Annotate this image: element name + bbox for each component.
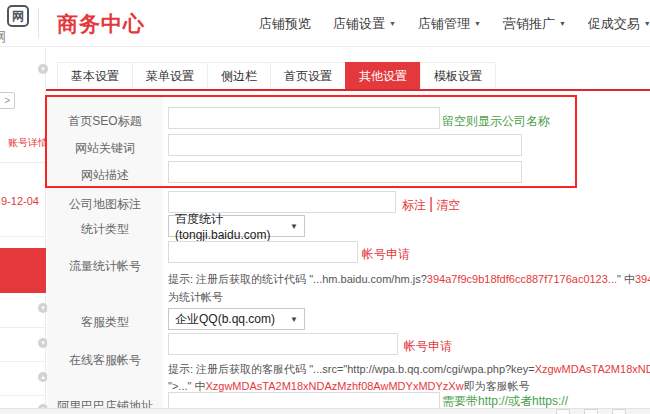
- divider: [0, 361, 46, 362]
- hint-code: 394a7f9c9b18fdf6cc887f7176ac0123: [635, 273, 650, 285]
- stat-type-select[interactable]: 百度统计(tongji.baidu.com) ▼: [168, 215, 305, 237]
- hint-text: 提示: 注册后获取的客服代码 "...src="http://wpa.b.qq.…: [168, 363, 535, 375]
- dropdown-caret-icon: ▼: [290, 315, 298, 324]
- page-title: 商务中心: [57, 10, 145, 38]
- hint-code: XzgwMDAsTA2M18xNDAzMzhf08AwMDYxMDYzXw: [205, 380, 463, 392]
- tab-template-settings[interactable]: 模板设置: [420, 62, 496, 89]
- divider: [0, 162, 46, 163]
- map-clear-link[interactable]: 清空: [436, 198, 460, 212]
- seo-title-label: 首页SEO标题: [47, 113, 163, 130]
- keywords-input[interactable]: [168, 134, 522, 156]
- service-account-label: 在线客服帐号: [47, 352, 163, 369]
- description-label: 网站描述: [47, 167, 163, 184]
- nav-label: 促成交易: [588, 16, 640, 31]
- hint-text: " 中: [617, 273, 635, 285]
- hint-text: ">..." 中: [168, 380, 205, 392]
- nav-label: 店铺设置: [333, 16, 385, 31]
- tabbar-underline: [46, 89, 650, 91]
- ghost-icon: [584, 409, 598, 414]
- stat-account-input[interactable]: [168, 241, 358, 263]
- service-account-apply-link[interactable]: 帐号申请: [404, 338, 452, 355]
- date-text: 9-12-04: [1, 195, 39, 207]
- divider: [0, 395, 46, 396]
- screen: 网 网 商务中心 店铺预览 店铺设置▼ 店铺管理▼ 营销推广▼ 促成交易▼ 帮助…: [0, 0, 650, 414]
- nav-deals[interactable]: 促成交易▼: [577, 15, 650, 33]
- stat-account-apply-link[interactable]: 帐号申请: [362, 246, 410, 263]
- seo-title-hint: 留空则显示公司名称: [442, 113, 550, 130]
- header-divider: [38, 8, 39, 38]
- nav-marketing[interactable]: 营销推广▼: [492, 15, 577, 33]
- chevron-down-icon: ▼: [559, 20, 566, 27]
- logo-fragment: 网: [0, 28, 6, 46]
- stat-type-label: 统计类型: [47, 221, 163, 238]
- dropdown-caret-icon: ▼: [290, 222, 298, 231]
- logo-icon[interactable]: 网: [7, 5, 29, 27]
- chevron-down-icon: ▼: [389, 20, 396, 27]
- stat-type-value: 百度统计(tongji.baidu.com): [175, 211, 290, 242]
- account-detail-link[interactable]: 账号详情: [8, 136, 48, 150]
- divider: [0, 236, 46, 237]
- ghost-icon: [556, 409, 570, 414]
- hint-code: 394a7f9c9b18fdf6cc887f7176ac0123...: [427, 273, 617, 285]
- sidebar-active-item[interactable]: [0, 248, 46, 293]
- service-type-label: 客服类型: [47, 314, 163, 331]
- tab-sidebar[interactable]: 侧边栏: [207, 62, 271, 89]
- tab-homepage-settings[interactable]: 首页设置: [270, 62, 346, 89]
- service-type-select[interactable]: 企业QQ(b.qq.com) ▼: [168, 308, 305, 330]
- seo-title-input[interactable]: [168, 107, 440, 129]
- service-type-value: 企业QQ(b.qq.com): [175, 311, 275, 328]
- chevron-down-icon: ▼: [474, 20, 481, 27]
- chevron-toggle-icon[interactable]: ▾: [38, 64, 48, 74]
- description-input[interactable]: [168, 161, 522, 183]
- service-account-input[interactable]: [168, 333, 398, 355]
- link-separator: |: [429, 195, 433, 212]
- map-mark-link[interactable]: 标注: [402, 198, 426, 212]
- map-label: 公司地图标注: [47, 196, 163, 213]
- hint-code: XzgwMDAsTA2M18xNDAzMzhf08AwMDYxMDYzXw: [535, 363, 650, 375]
- nav-label: 店铺管理: [418, 16, 470, 31]
- nav-label: 店铺预览: [259, 16, 311, 31]
- stat-account-hint-line1: 提示: 注册后获取的统计代码 "...hm.baidu.com/hm.js?39…: [168, 272, 650, 287]
- nav-store-settings[interactable]: 店铺设置▼: [322, 15, 407, 33]
- stat-account-label: 流量统计帐号: [47, 258, 163, 275]
- nav-store-manage[interactable]: 店铺管理▼: [407, 15, 492, 33]
- nav-label: 营销推广: [503, 16, 555, 31]
- nav-store-preview[interactable]: 店铺预览: [248, 15, 322, 33]
- main-nav: 店铺预览 店铺设置▼ 店铺管理▼ 营销推广▼ 促成交易▼ 帮助: [248, 0, 650, 47]
- divider: [0, 327, 46, 328]
- keywords-label: 网站关键词: [47, 140, 163, 157]
- hint-text: 提示: 注册后获取的统计代码 "...hm.baidu.com/hm.js?: [168, 273, 427, 285]
- tab-menu-settings[interactable]: 菜单设置: [132, 62, 208, 89]
- chevron-down-icon: ▼: [644, 20, 650, 27]
- service-account-hint-line1: 提示: 注册后获取的客服代码 "...src="http://wpa.b.qq.…: [168, 362, 650, 377]
- stat-account-hint-line2: 为统计帐号: [168, 290, 223, 305]
- settings-tabs: 基本设置 菜单设置 侧边栏 首页设置 其他设置 模板设置: [58, 62, 496, 89]
- bottom-strip: [0, 408, 650, 414]
- tab-other-settings[interactable]: 其他设置: [345, 62, 421, 89]
- sidebar-input[interactable]: >: [0, 92, 15, 109]
- hint-text: 即为客服帐号: [464, 380, 530, 392]
- map-links: 标注|清空: [402, 195, 460, 214]
- tab-basic-settings[interactable]: 基本设置: [57, 62, 133, 89]
- ghost-icon: [612, 409, 626, 414]
